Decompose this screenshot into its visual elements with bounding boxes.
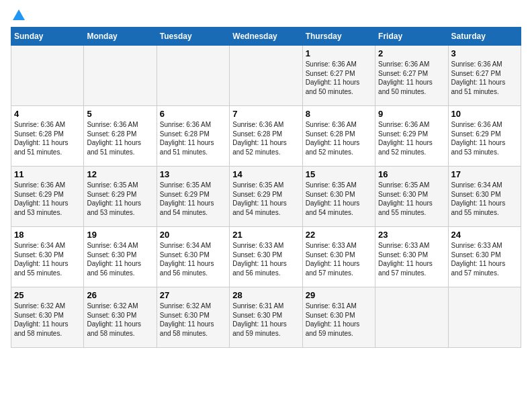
- day-cell: 26Sunrise: 6:32 AM Sunset: 6:30 PM Dayli…: [84, 287, 157, 348]
- day-cell: 7Sunrise: 6:36 AM Sunset: 6:28 PM Daylig…: [230, 106, 302, 167]
- header-cell-monday: Monday: [84, 28, 157, 46]
- day-cell: 11Sunrise: 6:36 AM Sunset: 6:29 PM Dayli…: [11, 167, 84, 227]
- day-cell: [448, 287, 521, 348]
- svg-marker-0: [13, 9, 25, 20]
- day-cell: 17Sunrise: 6:34 AM Sunset: 6:30 PM Dayli…: [448, 167, 521, 227]
- header-cell-saturday: Saturday: [448, 28, 521, 46]
- day-number: 27: [160, 290, 226, 300]
- day-info: Sunrise: 6:36 AM Sunset: 6:29 PM Dayligh…: [451, 120, 518, 156]
- day-info: Sunrise: 6:35 AM Sunset: 6:29 PM Dayligh…: [87, 181, 153, 217]
- day-cell: 9Sunrise: 6:36 AM Sunset: 6:29 PM Daylig…: [375, 106, 448, 167]
- day-cell: 13Sunrise: 6:35 AM Sunset: 6:29 PM Dayli…: [157, 167, 229, 227]
- day-cell: 5Sunrise: 6:36 AM Sunset: 6:28 PM Daylig…: [84, 106, 157, 167]
- header-cell-thursday: Thursday: [302, 28, 375, 46]
- day-number: 17: [451, 169, 518, 179]
- day-info: Sunrise: 6:33 AM Sunset: 6:30 PM Dayligh…: [378, 241, 445, 277]
- day-cell: 10Sunrise: 6:36 AM Sunset: 6:29 PM Dayli…: [448, 106, 521, 167]
- header-row: SundayMondayTuesdayWednesdayThursdayFrid…: [11, 28, 521, 46]
- day-cell: 21Sunrise: 6:33 AM Sunset: 6:30 PM Dayli…: [230, 227, 302, 287]
- day-info: Sunrise: 6:35 AM Sunset: 6:30 PM Dayligh…: [378, 181, 445, 217]
- day-cell: 6Sunrise: 6:36 AM Sunset: 6:28 PM Daylig…: [157, 106, 229, 167]
- day-cell: 18Sunrise: 6:34 AM Sunset: 6:30 PM Dayli…: [11, 227, 84, 287]
- day-info: Sunrise: 6:35 AM Sunset: 6:29 PM Dayligh…: [160, 181, 226, 217]
- day-number: 24: [451, 230, 518, 240]
- day-cell: 16Sunrise: 6:35 AM Sunset: 6:30 PM Dayli…: [375, 167, 448, 227]
- day-cell: [157, 46, 229, 106]
- day-number: 5: [87, 109, 153, 119]
- day-info: Sunrise: 6:36 AM Sunset: 6:29 PM Dayligh…: [378, 120, 445, 156]
- day-info: Sunrise: 6:34 AM Sunset: 6:30 PM Dayligh…: [87, 241, 153, 277]
- week-row-4: 18Sunrise: 6:34 AM Sunset: 6:30 PM Dayli…: [11, 227, 521, 287]
- day-info: Sunrise: 6:32 AM Sunset: 6:30 PM Dayligh…: [14, 302, 81, 338]
- day-info: Sunrise: 6:36 AM Sunset: 6:28 PM Dayligh…: [87, 120, 153, 156]
- header-cell-tuesday: Tuesday: [157, 28, 229, 46]
- week-row-5: 25Sunrise: 6:32 AM Sunset: 6:30 PM Dayli…: [11, 287, 521, 348]
- week-row-2: 4Sunrise: 6:36 AM Sunset: 6:28 PM Daylig…: [11, 106, 521, 167]
- day-cell: [84, 46, 157, 106]
- day-number: 15: [306, 169, 372, 179]
- day-number: 13: [160, 169, 226, 179]
- day-number: 12: [87, 169, 153, 179]
- day-cell: 25Sunrise: 6:32 AM Sunset: 6:30 PM Dayli…: [11, 287, 84, 348]
- day-info: Sunrise: 6:36 AM Sunset: 6:27 PM Dayligh…: [378, 60, 445, 96]
- day-number: 10: [451, 109, 518, 119]
- day-number: 26: [87, 290, 153, 300]
- day-cell: 2Sunrise: 6:36 AM Sunset: 6:27 PM Daylig…: [375, 46, 448, 106]
- day-cell: 12Sunrise: 6:35 AM Sunset: 6:29 PM Dayli…: [84, 167, 157, 227]
- calendar-table: SundayMondayTuesdayWednesdayThursdayFrid…: [11, 27, 521, 348]
- day-info: Sunrise: 6:36 AM Sunset: 6:27 PM Dayligh…: [451, 60, 518, 96]
- day-info: Sunrise: 6:35 AM Sunset: 6:30 PM Dayligh…: [306, 181, 372, 217]
- day-cell: 1Sunrise: 6:36 AM Sunset: 6:27 PM Daylig…: [302, 46, 375, 106]
- day-number: 20: [160, 230, 226, 240]
- day-info: Sunrise: 6:34 AM Sunset: 6:30 PM Dayligh…: [451, 181, 518, 217]
- day-number: 3: [451, 48, 518, 58]
- day-info: Sunrise: 6:36 AM Sunset: 6:29 PM Dayligh…: [14, 181, 81, 217]
- day-cell: 27Sunrise: 6:32 AM Sunset: 6:30 PM Dayli…: [157, 287, 229, 348]
- day-number: 6: [160, 109, 226, 119]
- header-cell-sunday: Sunday: [11, 28, 84, 46]
- day-info: Sunrise: 6:36 AM Sunset: 6:28 PM Dayligh…: [232, 120, 299, 156]
- day-number: 4: [14, 109, 81, 119]
- day-number: 8: [306, 109, 372, 119]
- day-number: 11: [14, 169, 81, 179]
- day-cell: 8Sunrise: 6:36 AM Sunset: 6:28 PM Daylig…: [302, 106, 375, 167]
- week-row-3: 11Sunrise: 6:36 AM Sunset: 6:29 PM Dayli…: [11, 167, 521, 227]
- day-cell: 24Sunrise: 6:33 AM Sunset: 6:30 PM Dayli…: [448, 227, 521, 287]
- day-cell: 19Sunrise: 6:34 AM Sunset: 6:30 PM Dayli…: [84, 227, 157, 287]
- day-info: Sunrise: 6:31 AM Sunset: 6:30 PM Dayligh…: [232, 302, 299, 338]
- day-info: Sunrise: 6:36 AM Sunset: 6:28 PM Dayligh…: [306, 120, 372, 156]
- day-number: 21: [232, 230, 299, 240]
- day-number: 1: [306, 48, 372, 58]
- day-info: Sunrise: 6:36 AM Sunset: 6:27 PM Dayligh…: [306, 60, 372, 96]
- day-info: Sunrise: 6:32 AM Sunset: 6:30 PM Dayligh…: [87, 302, 153, 338]
- day-number: 2: [378, 48, 445, 58]
- day-cell: 20Sunrise: 6:34 AM Sunset: 6:30 PM Dayli…: [157, 227, 229, 287]
- day-cell: 29Sunrise: 6:31 AM Sunset: 6:30 PM Dayli…: [302, 287, 375, 348]
- day-cell: 3Sunrise: 6:36 AM Sunset: 6:27 PM Daylig…: [448, 46, 521, 106]
- day-cell: [11, 46, 84, 106]
- day-number: 7: [232, 109, 299, 119]
- day-cell: 15Sunrise: 6:35 AM Sunset: 6:30 PM Dayli…: [302, 167, 375, 227]
- week-row-1: 1Sunrise: 6:36 AM Sunset: 6:27 PM Daylig…: [11, 46, 521, 106]
- day-number: 19: [87, 230, 153, 240]
- calendar-body: 1Sunrise: 6:36 AM Sunset: 6:27 PM Daylig…: [11, 46, 521, 348]
- page-header: [11, 11, 521, 19]
- logo-icon: [11, 8, 26, 23]
- day-number: 9: [378, 109, 445, 119]
- day-cell: 28Sunrise: 6:31 AM Sunset: 6:30 PM Dayli…: [230, 287, 302, 348]
- day-info: Sunrise: 6:33 AM Sunset: 6:30 PM Dayligh…: [451, 241, 518, 277]
- day-number: 14: [232, 169, 299, 179]
- header-cell-friday: Friday: [375, 28, 448, 46]
- day-info: Sunrise: 6:34 AM Sunset: 6:30 PM Dayligh…: [14, 241, 81, 277]
- header-cell-wednesday: Wednesday: [230, 28, 302, 46]
- calendar-header: SundayMondayTuesdayWednesdayThursdayFrid…: [11, 28, 521, 46]
- day-cell: [230, 46, 302, 106]
- day-info: Sunrise: 6:35 AM Sunset: 6:29 PM Dayligh…: [232, 181, 299, 217]
- day-number: 22: [306, 230, 372, 240]
- day-cell: 4Sunrise: 6:36 AM Sunset: 6:28 PM Daylig…: [11, 106, 84, 167]
- day-cell: 14Sunrise: 6:35 AM Sunset: 6:29 PM Dayli…: [230, 167, 302, 227]
- logo: [11, 11, 26, 19]
- day-cell: [375, 287, 448, 348]
- day-number: 29: [306, 290, 372, 300]
- day-info: Sunrise: 6:33 AM Sunset: 6:30 PM Dayligh…: [306, 241, 372, 277]
